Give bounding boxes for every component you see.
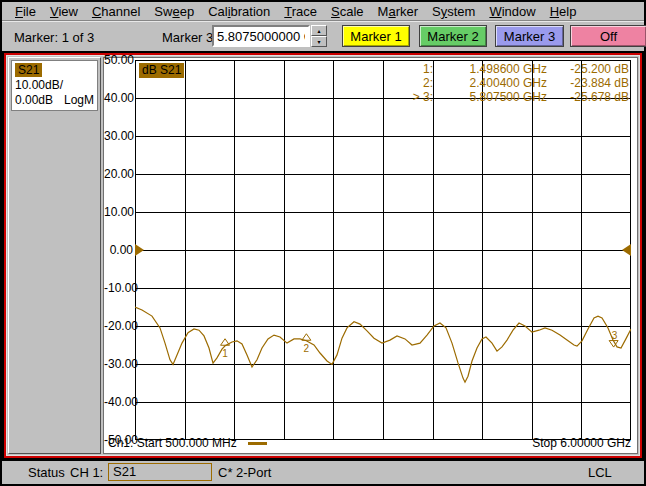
marker-frequency-stepper: ▴ ▾ xyxy=(311,25,327,47)
button-off[interactable]: Off xyxy=(570,25,646,47)
menu-marker[interactable]: Marker xyxy=(371,3,425,20)
y-tick-label: 40.00 xyxy=(104,91,133,105)
y-tick-label: -10.00 xyxy=(104,281,133,295)
menu-file[interactable]: File xyxy=(8,3,43,20)
plot-canvas[interactable]: 123 xyxy=(135,60,631,441)
graph-area: 50.0040.0030.0020.0010.000.00-10.00-20.0… xyxy=(103,57,638,454)
measurement-box: S21 xyxy=(108,463,212,481)
vna-application-window: FileViewChannelSweepCalibrationTraceScal… xyxy=(0,0,646,486)
readout-cell: -25.200 dB xyxy=(547,62,629,76)
x-axis-labels: Ch1: Start 500.000 MHz Stop 6.00000 GHz xyxy=(108,436,631,451)
stepper-up-icon[interactable]: ▴ xyxy=(311,25,327,36)
menu-window[interactable]: Window xyxy=(482,3,542,20)
stop-frequency-label: Stop 6.00000 GHz xyxy=(532,436,631,450)
y-tick-label: -40.00 xyxy=(104,395,133,409)
readout-cell: 1: xyxy=(401,62,433,76)
y-tick-label: 50.00 xyxy=(104,53,133,67)
readout-row: 1:1.498600 GHz-25.200 dB xyxy=(401,62,629,76)
ref-level-left-icon[interactable] xyxy=(135,244,144,256)
readout-row: > 3:5.807500 GHz-25.678 dB xyxy=(401,90,629,104)
trace-legend[interactable]: S21 10.00dB/ 0.00dB LogM xyxy=(11,60,98,111)
chart-title-badge: dB S21 xyxy=(139,63,184,78)
menu-scale[interactable]: Scale xyxy=(324,3,371,20)
status-bar: Status CH 1: S21 C* 2-Port LCL xyxy=(2,461,644,484)
readout-cell: -25.678 dB xyxy=(547,90,629,104)
trace-reference-text: 0.00dB xyxy=(15,93,53,108)
y-tick-label: 30.00 xyxy=(104,129,133,143)
marker-3-number: 3 xyxy=(612,330,618,341)
marker-1-number: 1 xyxy=(222,348,228,359)
y-tick-label: -30.00 xyxy=(104,357,133,371)
readout-row: 2:2.400400 GHz-23.884 dB xyxy=(401,76,629,90)
menu-system[interactable]: System xyxy=(425,3,482,20)
y-tick-label: 20.00 xyxy=(104,167,133,181)
menu-sweep[interactable]: Sweep xyxy=(147,3,201,20)
menu-trace[interactable]: Trace xyxy=(277,3,324,20)
trace-name-badge[interactable]: S21 xyxy=(15,63,42,77)
button-marker-2[interactable]: Marker 2 xyxy=(419,25,487,47)
readout-cell: 5.807500 GHz xyxy=(433,90,547,104)
marker-status-text: Marker: 1 of 3 xyxy=(14,30,94,45)
trace-sidebar: S21 10.00dB/ 0.00dB LogM xyxy=(8,57,101,454)
marker-frequency-input[interactable] xyxy=(212,25,310,47)
marker-2-number: 2 xyxy=(304,343,310,354)
channel-window: S21 10.00dB/ 0.00dB LogM 50.0040.0030.00… xyxy=(4,53,642,458)
marker-field-label: Marker 3 xyxy=(162,30,213,45)
status-label: Status xyxy=(28,465,65,480)
marker-toolbar: Marker: 1 of 3 Marker 3 ▴ ▾ Marker 1Mark… xyxy=(2,22,644,51)
lcl-indicator: LCL xyxy=(588,465,612,480)
cal-status-text: C* 2-Port xyxy=(218,465,271,480)
stepper-down-icon[interactable]: ▾ xyxy=(311,36,327,47)
ref-level-right-icon[interactable] xyxy=(622,244,631,256)
menu-help[interactable]: Help xyxy=(543,3,584,20)
menu-bar: FileViewChannelSweepCalibrationTraceScal… xyxy=(2,2,644,21)
trace-color-dash-icon xyxy=(248,442,267,445)
readout-cell: 1.498600 GHz xyxy=(433,62,547,76)
menu-view[interactable]: View xyxy=(43,3,85,20)
menu-calibration[interactable]: Calibration xyxy=(201,3,277,20)
start-frequency-label: Ch1: Start 500.000 MHz xyxy=(108,436,237,450)
trace-format-text: LogM xyxy=(64,93,94,108)
readout-cell: 2: xyxy=(401,76,433,90)
trace-scale-text: 10.00dB/ xyxy=(15,78,94,93)
marker-readout: 1:1.498600 GHz-25.200 dB2:2.400400 GHz-2… xyxy=(401,62,629,104)
y-tick-label: 0.00 xyxy=(104,243,133,257)
readout-cell: > 3: xyxy=(401,90,433,104)
menu-channel[interactable]: Channel xyxy=(85,3,147,20)
channel-label: CH 1: xyxy=(70,465,103,480)
y-tick-label: 10.00 xyxy=(104,205,133,219)
y-tick-label: -20.00 xyxy=(104,319,133,333)
button-marker-3[interactable]: Marker 3 xyxy=(495,25,564,47)
readout-cell: -23.884 dB xyxy=(547,76,629,90)
readout-cell: 2.400400 GHz xyxy=(433,76,547,90)
button-marker-1[interactable]: Marker 1 xyxy=(342,25,410,47)
